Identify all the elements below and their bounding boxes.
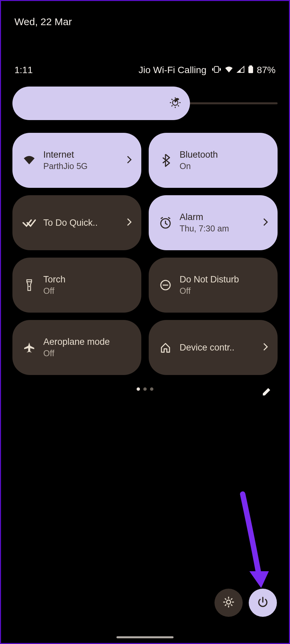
annotation-arrow	[229, 491, 276, 599]
edit-tiles-button[interactable]	[261, 386, 272, 399]
tile-subtitle: Off	[43, 286, 132, 296]
alarm-tile[interactable]: Alarm Thu, 7:30 am	[149, 195, 278, 250]
page-dot	[150, 387, 153, 391]
wifi-icon	[22, 155, 37, 166]
pager-row	[1, 387, 289, 404]
bottom-action-row	[214, 589, 277, 617]
svg-point-8	[227, 600, 231, 604]
tile-subtitle: Off	[180, 286, 268, 296]
page-dot	[143, 387, 147, 391]
quick-settings-tiles: Internet ParthJio 5G Bluetooth On To Do …	[12, 133, 278, 375]
tile-subtitle: ParthJio 5G	[43, 161, 120, 171]
chevron-right-icon	[127, 218, 132, 228]
status-bar: 1:11 Jio Wi-Fi Calling 87%	[1, 65, 289, 75]
chevron-right-icon	[263, 218, 268, 228]
tile-subtitle: Thu, 7:30 am	[180, 224, 256, 233]
battery-icon	[248, 65, 253, 75]
power-icon	[256, 595, 270, 610]
power-button[interactable]	[249, 589, 277, 617]
internet-tile[interactable]: Internet ParthJio 5G	[12, 133, 141, 188]
tile-subtitle: On	[180, 161, 268, 171]
wifi-icon	[225, 66, 233, 74]
bluetooth-tile[interactable]: Bluetooth On	[149, 133, 278, 188]
aeroplane-tile[interactable]: Aeroplane mode Off	[12, 320, 141, 375]
date-text: Wed, 22 Mar	[14, 16, 72, 28]
svg-rect-0	[214, 66, 219, 72]
checkmark-icon	[22, 218, 37, 227]
tile-title: Do Not Disturb	[180, 274, 268, 285]
clock-text: 1:11	[14, 65, 33, 75]
vibrate-icon	[212, 66, 221, 74]
tile-title: Alarm	[180, 212, 256, 222]
alarm-clock-icon	[158, 216, 173, 229]
svg-point-6	[29, 286, 30, 287]
settings-button[interactable]	[214, 589, 243, 617]
chevron-right-icon	[263, 342, 268, 353]
dnd-icon	[158, 279, 173, 291]
torch-icon	[22, 278, 37, 292]
bluetooth-icon	[158, 154, 173, 167]
tile-title: Torch	[43, 274, 132, 285]
svg-rect-5	[27, 280, 32, 282]
brightness-slider[interactable]	[12, 87, 278, 120]
tile-title: To Do Quick..	[43, 218, 120, 228]
device-controls-tile[interactable]: Device contr..	[149, 320, 278, 375]
nav-handle[interactable]	[116, 636, 174, 638]
page-dot-active	[137, 387, 140, 391]
tile-title: Aeroplane mode	[43, 337, 132, 347]
todo-tile[interactable]: To Do Quick..	[12, 195, 141, 250]
tile-title: Device contr..	[180, 342, 256, 353]
tile-title: Bluetooth	[180, 150, 268, 160]
battery-percent: 87%	[257, 65, 276, 75]
dnd-tile[interactable]: Do Not Disturb Off	[149, 258, 278, 313]
carrier-text: Jio Wi-Fi Calling	[139, 65, 206, 75]
tile-subtitle: Off	[43, 348, 132, 358]
signal-icon	[237, 66, 245, 74]
svg-rect-2	[248, 66, 253, 73]
svg-rect-1	[249, 65, 252, 66]
chevron-right-icon	[127, 155, 132, 165]
torch-tile[interactable]: Torch Off	[12, 258, 141, 313]
brightness-icon	[169, 96, 182, 110]
aeroplane-icon	[22, 341, 37, 354]
gear-icon	[222, 595, 235, 610]
page-indicator	[137, 387, 153, 391]
home-icon	[158, 341, 173, 354]
tile-title: Internet	[43, 150, 120, 160]
